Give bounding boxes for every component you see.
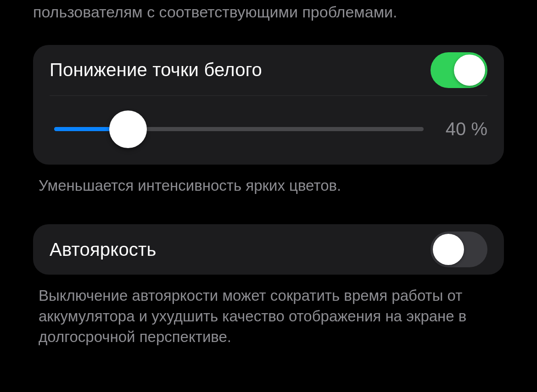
section-footer-text: пользователям с соответствующими проблем…: [33, 2, 504, 23]
slider-thumb[interactable]: [109, 110, 147, 148]
reduce-white-point-row: Понижение точки белого: [50, 45, 487, 95]
intensity-slider-row: 40 %: [50, 96, 487, 165]
reduce-white-point-description: Уменьшается интенсивность ярких цветов.: [39, 176, 498, 196]
auto-brightness-label: Автояркость: [50, 239, 157, 260]
toggle-knob: [433, 234, 464, 265]
reduce-white-point-toggle[interactable]: [431, 52, 487, 88]
auto-brightness-toggle[interactable]: [431, 232, 487, 267]
intensity-slider[interactable]: [50, 110, 428, 149]
toggle-knob: [454, 55, 485, 86]
auto-brightness-panel: Автояркость: [33, 224, 504, 275]
reduce-white-point-panel: Понижение точки белого 40 %: [33, 45, 504, 165]
intensity-value-label: 40 %: [446, 119, 487, 139]
auto-brightness-description: Выключение автояркости может сократить в…: [39, 286, 498, 347]
reduce-white-point-label: Понижение точки белого: [50, 60, 262, 80]
slider-track: [54, 127, 424, 131]
auto-brightness-row: Автояркость: [50, 224, 487, 275]
